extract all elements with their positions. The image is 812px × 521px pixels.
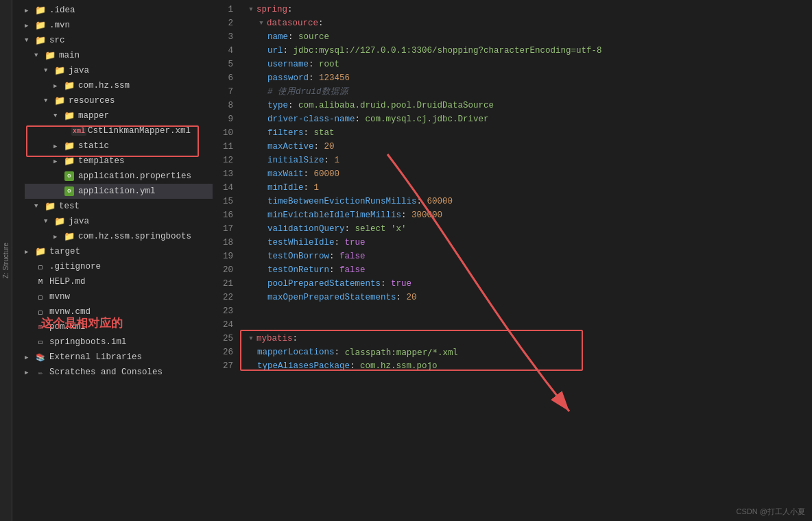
line-number: 9	[213, 112, 233, 126]
tree-item-application.yml[interactable]: ⚙ application.yml	[25, 184, 224, 199]
code-token: :	[309, 58, 319, 71]
tree-item-static[interactable]: ▶ 📁 static	[25, 138, 224, 154]
tree-item-springboots.iml[interactable]: ◻ springboots.iml	[25, 335, 224, 350]
line-number: 22	[213, 291, 233, 304]
line-number: 21	[213, 277, 233, 291]
code-line: # 使用druid数据源	[247, 85, 812, 99]
code-token: minEvictableIdleTimeMillis	[267, 208, 401, 222]
fold-icon[interactable]: ▼	[247, 335, 255, 343]
code-token: :	[355, 112, 366, 126]
tree-item-mvn[interactable]: ▶ 📁 .mvn	[25, 18, 224, 33]
line-number: 6	[213, 71, 233, 85]
code-token: 1	[314, 181, 320, 195]
code-token: :	[318, 16, 324, 30]
code-token: testOnReturn	[267, 263, 329, 277]
code-token: validationQuery	[267, 222, 345, 236]
code-token: :	[304, 181, 314, 195]
line-number: 8	[213, 99, 233, 112]
tree-item-idea[interactable]: ▶ 📁 .idea	[25, 3, 224, 18]
code-token: timeBetweenEvictionRunsMillis	[267, 195, 417, 208]
annotation-text: 这个是相对应的	[41, 315, 123, 331]
code-token: poolPreparedStatements	[267, 277, 381, 291]
watermark: CSDN @打工人小夏	[737, 507, 805, 517]
code-token: :	[288, 99, 298, 112]
code-token: username	[267, 58, 309, 71]
line-number: 2	[213, 16, 233, 30]
tree-item-gitignore[interactable]: ◻ .gitignore	[25, 259, 224, 274]
fold-icon[interactable]: ▼	[247, 5, 255, 14]
code-line: driver-class-name: com.mysql.cj.jdbc.Dri…	[247, 112, 812, 126]
code-token: 20	[407, 291, 417, 304]
tree-item-mvnw[interactable]: ◻ mvnw	[25, 289, 224, 304]
code-line: testOnBorrow: false	[247, 250, 812, 263]
code-line: mapperLocations: classpath:mapper/*.xml	[247, 346, 812, 359]
tree-item-resources[interactable]: ▼ 📁 resources	[25, 93, 224, 108]
tree-item-mapper[interactable]: ▼ 📁 mapper	[25, 108, 224, 123]
code-token: :	[381, 277, 391, 291]
tree-item-com.hz.ssm[interactable]: ▶ 📁 com.hz.ssm	[25, 78, 224, 93]
tree-item-main[interactable]: ▼ 📁 main	[25, 48, 224, 63]
tree-item-java[interactable]: ▼ 📁 java	[25, 63, 224, 78]
code-token: jdbc:mysql://127.0.0.1:3306/shopping?cha…	[294, 44, 602, 58]
line-number: 10	[213, 126, 233, 140]
code-line: maxOpenPreparedStatements: 20	[247, 291, 812, 304]
tree-item-target[interactable]: ▶ 📁 target	[25, 244, 224, 259]
code-token: :	[304, 167, 314, 181]
code-token: url	[267, 44, 283, 58]
code-token: 20	[324, 140, 335, 154]
code-token: :	[314, 140, 324, 154]
code-token: root	[319, 58, 339, 71]
code-token: typeAliasesPackage	[257, 359, 350, 373]
line-number: 16	[213, 208, 233, 222]
code-line: url: jdbc:mysql://127.0.0.1:3306/shoppin…	[247, 44, 812, 58]
code-line: filters: stat	[247, 126, 812, 140]
line-number: 23	[213, 304, 233, 318]
code-token: mapperLocations	[257, 346, 335, 359]
line-numbers: 1234567891011121314151617181920212223242…	[213, 0, 240, 521]
line-number: 27	[213, 359, 233, 373]
code-line: typeAliasesPackage: com.hz.ssm.pojo	[247, 359, 812, 373]
code-line: validationQuery: select 'x'	[247, 222, 812, 236]
line-number: 12	[213, 154, 233, 167]
code-line: username: root	[247, 58, 812, 71]
code-token: classpath:mapper/*.xml	[345, 346, 459, 359]
code-line: ▼mybatis:	[247, 332, 812, 346]
structure-tab-label: Z: Structure	[2, 243, 10, 278]
code-token: :	[304, 126, 314, 140]
tree-item-CstLinkmanMapper[interactable]: xml CstLinkmanMapper.xml	[25, 123, 224, 138]
tree-item-java2[interactable]: ▼ 📁 java	[25, 214, 224, 229]
code-token: com.alibaba.druid.pool.DruidDataSource	[298, 99, 494, 112]
code-line: type: com.alibaba.druid.pool.DruidDataSo…	[247, 99, 812, 112]
code-token: maxOpenPreparedStatements	[267, 291, 396, 304]
code-token: name	[267, 30, 288, 44]
code-line: ▼datasource:	[247, 16, 812, 30]
line-number: 11	[213, 140, 233, 154]
tree-item-application.properties[interactable]: ⚙ application.properties	[25, 169, 224, 184]
code-token: :	[283, 44, 294, 58]
fold-icon[interactable]: ▼	[257, 19, 265, 27]
code-token: minIdle	[267, 181, 304, 195]
code-token: stat	[314, 126, 335, 140]
code-token: 1	[335, 154, 340, 167]
tree-item-Scratches[interactable]: ▶ ✏ Scratches and Consoles	[25, 365, 224, 380]
line-number: 19	[213, 250, 233, 263]
code-token: :	[329, 263, 339, 277]
code-token: initialSize	[267, 154, 324, 167]
code-line	[247, 304, 812, 318]
tree-item-com.hz.ssm.springboots[interactable]: ▶ 📁 com.hz.ssm.springboots	[25, 229, 224, 244]
code-line: testOnReturn: false	[247, 263, 812, 277]
code-token: :	[401, 208, 411, 222]
tree-item-templates[interactable]: ▶ 📁 templates	[25, 154, 224, 169]
code-token: 300000	[411, 208, 442, 222]
code-token: false	[339, 263, 366, 277]
line-number: 1	[213, 3, 233, 16]
code-token: driver-class-name	[267, 112, 355, 126]
line-number: 13	[213, 167, 233, 181]
code-line: minEvictableIdleTimeMillis: 300000	[247, 208, 812, 222]
line-number: 17	[213, 222, 233, 236]
tree-item-test[interactable]: ▼ 📁 test	[25, 199, 224, 214]
tree-item-HELP.md[interactable]: M HELP.md	[25, 274, 224, 289]
tree-item-src[interactable]: ▼ 📁 src	[25, 33, 224, 48]
code-line: ▼spring:	[247, 3, 812, 16]
tree-item-External Libraries[interactable]: ▶ 📚 External Libraries	[25, 350, 224, 365]
